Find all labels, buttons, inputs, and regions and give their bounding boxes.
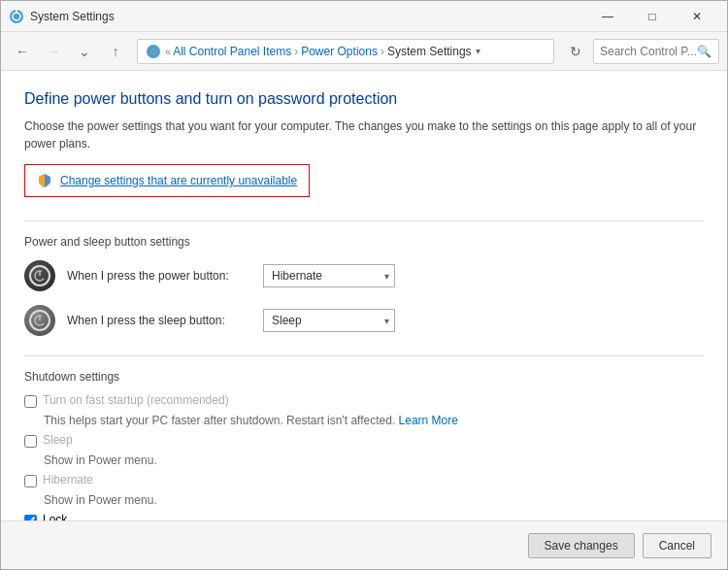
hibernate-row: Hibernate <box>24 473 704 487</box>
control-panel-icon <box>146 44 161 59</box>
lock-row: Lock <box>24 513 704 520</box>
breadcrumb-current: System Settings <box>387 45 472 58</box>
maximize-button[interactable]: □ <box>630 1 675 32</box>
divider-2 <box>24 355 704 356</box>
sleep-button-row: When I press the sleep button: Do nothin… <box>24 305 704 336</box>
address-bar: ← → ⌄ ↑ « All Control Panel Items › Powe… <box>1 32 727 71</box>
breadcrumb-prefix: « <box>165 46 171 57</box>
window-icon <box>9 9 24 24</box>
sleep-button-icon <box>24 305 55 336</box>
sleep-button-dropdown-wrap: Do nothing Sleep Hibernate Shut down Tur… <box>263 309 395 332</box>
fast-startup-row: Turn on fast startup (recommended) <box>24 393 704 408</box>
cancel-button[interactable]: Cancel <box>643 533 711 558</box>
close-button[interactable]: ✕ <box>675 1 719 32</box>
hibernate-sublabel: Show in Power menu. <box>44 493 704 507</box>
shutdown-section: Shutdown settings Turn on fast startup (… <box>24 370 704 520</box>
forward-button[interactable]: → <box>40 38 67 65</box>
change-settings-link[interactable]: Change settings that are currently unava… <box>60 174 297 187</box>
fast-startup-checkbox[interactable] <box>24 395 37 408</box>
sleep-icon-inner <box>29 310 50 331</box>
power-button-label: When I press the power button: <box>67 269 251 283</box>
power-symbol <box>33 269 47 283</box>
lock-check-label: Lock <box>43 513 67 520</box>
hibernate-check-label: Hibernate <box>43 473 93 486</box>
sleep-check-label: Sleep <box>43 433 73 447</box>
sleep-sublabel: Show in Power menu. <box>44 453 704 467</box>
power-sleep-section-title: Power and sleep button settings <box>24 235 704 249</box>
svg-point-4 <box>151 50 155 53</box>
sleep-button-label: When I press the sleep button: <box>67 314 251 327</box>
main-content: Define power buttons and turn on passwor… <box>1 71 727 520</box>
shutdown-section-title: Shutdown settings <box>24 370 704 384</box>
breadcrumb-control-panel[interactable]: All Control Panel Items <box>173 45 291 58</box>
power-button-dropdown-wrap: Do nothing Sleep Hibernate Shut down Tur… <box>263 264 395 287</box>
sleep-checkbox[interactable] <box>24 435 37 448</box>
sleep-row: Sleep <box>24 433 704 448</box>
learn-more-link[interactable]: Learn More <box>399 414 458 427</box>
breadcrumb: « All Control Panel Items › Power Option… <box>137 39 554 64</box>
power-button-icon <box>24 260 55 291</box>
sleep-symbol <box>33 314 47 327</box>
power-button-row: When I press the power button: Do nothin… <box>24 260 704 291</box>
up-button[interactable]: ↑ <box>102 38 129 65</box>
window-controls: — □ ✕ <box>585 1 719 32</box>
page-title: Define power buttons and turn on passwor… <box>24 90 704 108</box>
breadcrumb-sep-2: › <box>381 45 384 58</box>
title-bar: System Settings — □ ✕ <box>1 1 727 32</box>
power-sleep-section: Power and sleep button settings When I p… <box>24 235 704 336</box>
fast-startup-label: Turn on fast startup (recommended) <box>43 393 229 407</box>
change-settings-box: Change settings that are currently unava… <box>24 164 310 197</box>
divider-1 <box>24 220 704 221</box>
power-button-dropdown[interactable]: Do nothing Sleep Hibernate Shut down Tur… <box>263 264 395 287</box>
breadcrumb-sep-1: › <box>294 45 298 58</box>
window-title: System Settings <box>30 10 585 23</box>
sleep-button-dropdown[interactable]: Do nothing Sleep Hibernate Shut down Tur… <box>263 309 395 332</box>
footer: Save changes Cancel <box>1 520 727 569</box>
minimize-button[interactable]: — <box>585 1 630 32</box>
breadcrumb-dropdown-icon[interactable]: ▾ <box>476 46 480 56</box>
search-box: 🔍 <box>593 39 719 64</box>
fast-startup-sublabel: This helps start your PC faster after sh… <box>44 414 704 427</box>
page-description: Choose the power settings that you want … <box>24 117 704 152</box>
save-changes-button[interactable]: Save changes <box>528 533 635 558</box>
back-button[interactable]: ← <box>9 38 36 65</box>
uac-shield-icon <box>37 173 52 188</box>
search-input[interactable] <box>600 45 697 58</box>
breadcrumb-power-options[interactable]: Power Options <box>301 45 378 58</box>
search-icon: 🔍 <box>697 45 711 58</box>
power-icon-inner <box>29 265 50 286</box>
refresh-button[interactable]: ↻ <box>562 38 589 65</box>
system-settings-window: System Settings — □ ✕ ← → ⌄ ↑ « All Cont… <box>0 0 728 570</box>
recent-button[interactable]: ⌄ <box>71 38 98 65</box>
hibernate-checkbox[interactable] <box>24 475 37 487</box>
